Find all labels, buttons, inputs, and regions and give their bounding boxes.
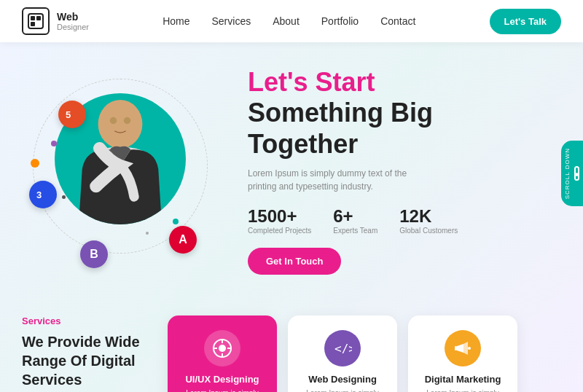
hero-content: Let's Start Something Big Together Lorem…	[233, 57, 561, 297]
service-card-webdesign[interactable]: </> Web Designing Lorem Ipsum is simply …	[288, 315, 397, 392]
scroll-down-label: Scroll Down	[564, 148, 571, 199]
dot-orange	[31, 159, 39, 168]
stat-projects-label: Completed Projects	[248, 227, 311, 235]
logo: Web Designer	[22, 7, 89, 35]
svg-point-4	[98, 100, 143, 149]
brand-name: Web	[57, 11, 89, 23]
services-section: Services We Provide Wide Range Of Digita…	[0, 305, 583, 392]
svg-point-19	[468, 347, 471, 350]
scroll-down-indicator[interactable]: Scroll Down	[561, 141, 583, 206]
svg-rect-0	[28, 14, 43, 28]
svg-rect-2	[36, 16, 41, 20]
stats-container: 1500+ Completed Projects 6+ Experts Team…	[248, 206, 547, 235]
webdesign-icon-circle: </>	[324, 330, 361, 366]
webdesign-name: Web Designing	[308, 374, 377, 385]
nav-link-home: Home	[163, 15, 189, 27]
uiux-icon-circle	[204, 330, 240, 366]
stat-projects: 1500+ Completed Projects	[248, 206, 311, 235]
nav-links: Home Services About Portfolio Contact	[163, 15, 415, 28]
brand-sub: Designer	[57, 23, 89, 31]
nav-item-services[interactable]: Services	[212, 15, 251, 28]
dot-teal	[173, 219, 179, 224]
nav-item-portfolio[interactable]: Portfolio	[321, 15, 359, 28]
dot-dark	[62, 195, 66, 199]
dot-gray	[146, 232, 149, 235]
uiux-name: UI/UX Designing	[185, 374, 259, 385]
get-in-touch-button[interactable]: Get In Touch	[248, 248, 341, 275]
hero-title-line1: Something Big	[248, 98, 433, 128]
scroll-mouse-icon	[574, 166, 579, 181]
hero-illustration: 5 3 A B	[22, 57, 233, 297]
nav-link-contact: Contact	[380, 15, 415, 27]
nav-link-services: Services	[212, 15, 251, 27]
svg-text:3: 3	[36, 189, 42, 200]
stat-team-label: Experts Team	[333, 227, 377, 235]
hero-title-black: Something Big Together	[248, 97, 547, 160]
hero-description: Lorem Ipsum is simply dummy text of the …	[248, 167, 423, 193]
badge-bootstrap: B	[80, 240, 108, 268]
nav-item-about[interactable]: About	[273, 15, 300, 28]
nav-link-about: About	[273, 15, 300, 27]
svg-rect-3	[31, 22, 35, 26]
services-intro: Services We Provide Wide Range Of Digita…	[22, 315, 153, 392]
webdesign-desc: Lorem Ipsum is simply dummy	[299, 388, 386, 392]
stat-team: 6+ Experts Team	[333, 206, 377, 235]
hero-section: 5 3 A B Let's Start Something Big Togeth…	[0, 42, 583, 305]
orbit-container: 5 3 A B	[22, 64, 219, 275]
svg-text:</>: </>	[334, 342, 352, 356]
services-title: We Provide Wide Range Of Digital Service…	[22, 332, 153, 389]
svg-rect-18	[455, 346, 457, 350]
cta-button[interactable]: Let's Talk	[490, 9, 561, 34]
service-card-uiux[interactable]: UI/UX Designing Lorem Ipsum is simply du…	[168, 315, 277, 392]
svg-text:5: 5	[66, 109, 71, 120]
logo-text: Web Designer	[57, 11, 89, 31]
service-cards-container: UI/UX Designing Lorem Ipsum is simply du…	[168, 315, 561, 392]
service-card-marketing[interactable]: Digital Marketing Lorem Ipsum is simply …	[408, 315, 517, 392]
stat-customers-number: 12K	[399, 206, 458, 227]
svg-point-12	[219, 345, 226, 352]
services-label: Services	[22, 315, 153, 326]
badge-html5: 5	[58, 101, 86, 128]
stat-customers: 12K Global Customers	[399, 206, 458, 235]
nav-link-portfolio: Portfolio	[321, 15, 359, 27]
hero-title-pink: Let's Start	[248, 68, 547, 97]
badge-css3: 3	[29, 181, 57, 208]
svg-rect-1	[31, 16, 35, 20]
stat-projects-number: 1500+	[248, 206, 311, 227]
uiux-desc: Lorem Ipsum is simply dummy	[179, 388, 266, 392]
stat-customers-label: Global Customers	[399, 227, 458, 235]
stat-team-number: 6+	[333, 206, 377, 227]
svg-point-7	[110, 117, 117, 125]
navbar: Web Designer Home Services About Portfol…	[0, 0, 583, 42]
dot-purple	[51, 141, 57, 146]
nav-item-home[interactable]: Home	[163, 15, 189, 28]
marketing-desc: Lorem Ipsum is simply dummy	[419, 388, 506, 392]
hero-title-line2: Together	[248, 129, 358, 159]
marketing-icon-circle	[445, 330, 481, 366]
svg-point-8	[124, 117, 131, 125]
nav-item-contact[interactable]: Contact	[380, 15, 415, 28]
marketing-name: Digital Marketing	[425, 374, 501, 385]
logo-icon	[22, 7, 50, 35]
badge-angular: A	[169, 226, 197, 254]
